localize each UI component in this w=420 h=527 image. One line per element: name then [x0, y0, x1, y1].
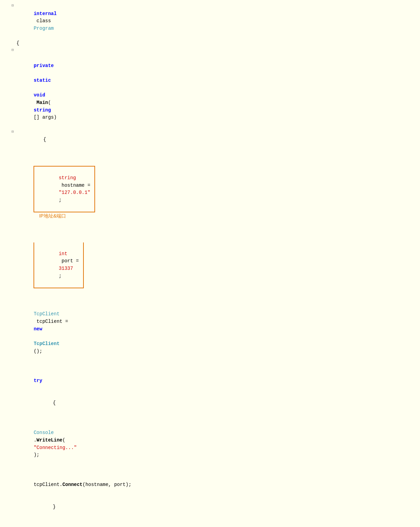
- fold-btn-class[interactable]: ⊟: [10, 3, 15, 9]
- classname-program: Program: [34, 26, 54, 31]
- line-class: ⊟ internal class Program: [10, 3, 420, 40]
- kw-string-param: string: [34, 107, 51, 113]
- line-tcpclient: TcpClient tcpClient = new TcpClient ();: [10, 296, 420, 363]
- code-class: internal class Program: [15, 3, 420, 40]
- kw-string-hostname: string: [59, 175, 76, 181]
- str-hostname-val: "127.0.0.1": [59, 190, 90, 195]
- kw-try: try: [34, 378, 42, 383]
- str-port-val: 31337: [59, 266, 73, 271]
- kw-int-port: int: [59, 251, 67, 256]
- line-main: ⊟ private static void Main( string [] ar…: [10, 47, 420, 129]
- line-port: int port = 31337 ;: [10, 228, 420, 296]
- line-close-try: }: [10, 496, 420, 518]
- kw-private: private: [34, 63, 54, 68]
- line-open-try: {: [10, 392, 420, 414]
- kw-static: static: [34, 78, 51, 83]
- keyword-class: class: [34, 18, 54, 24]
- fold-btn-empty2: ⊟: [10, 129, 15, 135]
- line-open-class: {: [10, 40, 420, 47]
- code-container: ⊟ internal class Program { ⊟ private sta…: [0, 3, 420, 527]
- kw-void: void: [34, 92, 45, 98]
- annotation-ip: IP地址&端口: [39, 213, 66, 219]
- line-try: try: [10, 363, 420, 392]
- code-port: int port = 31337 ;: [15, 228, 420, 296]
- code-open-main: {: [15, 129, 420, 151]
- code-hostname-port: string hostname = "127.0.0.1" ; IP地址&端口: [15, 151, 420, 228]
- str-connecting: "Connecting...": [34, 445, 77, 450]
- cn-console1: Console: [34, 430, 54, 435]
- kw-new1: new: [34, 326, 42, 332]
- cn-tcpclient2: TcpClient: [34, 341, 60, 346]
- line-connect: tcpClient.Connect(hostname, port);: [10, 466, 420, 496]
- line-hostname-port: string hostname = "127.0.0.1" ; IP地址&端口: [10, 151, 420, 228]
- code-open-class: {: [15, 40, 420, 47]
- keyword-internal: internal: [34, 11, 56, 16]
- cn-tcpclient1: TcpClient: [34, 311, 60, 317]
- line-catch: catch ( Exception ): [10, 518, 420, 527]
- line-connecting: Console .WriteLine( "Connecting..." );: [10, 414, 420, 466]
- fold-btn-main[interactable]: ⊟: [10, 47, 15, 53]
- code-main: private static void Main( string [] args…: [15, 47, 420, 129]
- line-open-main: ⊟ {: [10, 129, 420, 151]
